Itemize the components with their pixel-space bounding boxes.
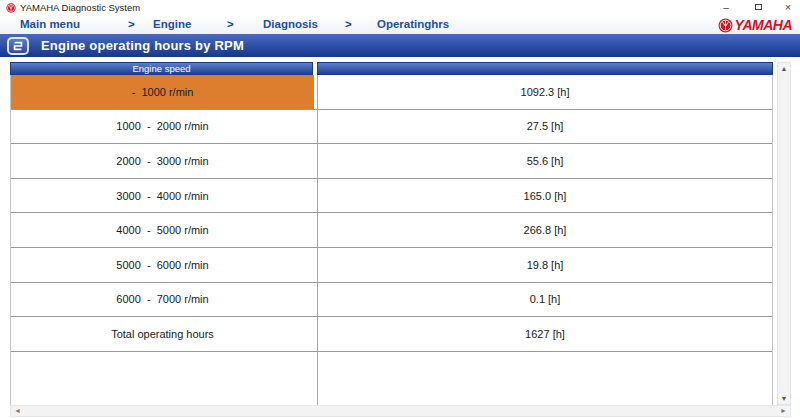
app-window: YAMAHA Diagnostic System – × Main menu >… bbox=[0, 0, 800, 418]
table-row-2000-3000[interactable]: 2000 - 3000 r/min 55.6 [h] bbox=[11, 144, 772, 179]
row-value: 1092.3 [h] bbox=[317, 75, 772, 109]
row-value: 1627 [h] bbox=[317, 317, 772, 351]
empty-value-cell bbox=[317, 352, 772, 405]
titlebar: YAMAHA Diagnostic System – × bbox=[0, 0, 800, 16]
engine-speed-header: Engine speed bbox=[10, 62, 313, 75]
row-label: 3000 - 4000 r/min bbox=[11, 179, 314, 213]
screen-glyph-icon bbox=[7, 37, 29, 55]
vertical-scrollbar[interactable]: ▲ ▼ bbox=[777, 62, 791, 405]
restore-icon bbox=[755, 4, 762, 10]
row-label: Total operating hours bbox=[11, 317, 314, 351]
app-logo-icon bbox=[6, 3, 16, 13]
brand-wordmark: YAMAHA bbox=[735, 17, 792, 33]
row-label: - 1000 r/min bbox=[11, 75, 314, 109]
horizontal-scrollbar[interactable]: ◄ ► bbox=[10, 405, 791, 417]
row-label: 6000 - 7000 r/min bbox=[11, 283, 314, 317]
row-label: 1000 - 2000 r/min bbox=[11, 110, 314, 144]
scroll-up-icon[interactable]: ▲ bbox=[778, 65, 790, 72]
table-row-5000-6000[interactable]: 5000 - 6000 r/min 19.8 [h] bbox=[11, 248, 772, 283]
page-header: Engine operating hours by RPM bbox=[0, 34, 800, 57]
breadcrumb-operatinghrs[interactable]: Operatinghrs bbox=[377, 18, 449, 30]
close-button[interactable]: × bbox=[776, 0, 800, 16]
yamaha-tuning-fork-icon bbox=[718, 18, 733, 33]
table-row-6000-7000[interactable]: 6000 - 7000 r/min 0.1 [h] bbox=[11, 283, 772, 318]
restore-button[interactable] bbox=[746, 0, 770, 16]
row-value: 27.5 [h] bbox=[317, 110, 772, 144]
table-row-0-1000[interactable]: - 1000 r/min 1092.3 [h] bbox=[11, 75, 772, 110]
value-column-header bbox=[317, 62, 773, 75]
scroll-down-icon[interactable]: ▼ bbox=[778, 395, 790, 402]
row-label: 4000 - 5000 r/min bbox=[11, 213, 314, 247]
breadcrumb-diagnosis[interactable]: Diagnosis bbox=[263, 18, 318, 30]
row-label: 2000 - 3000 r/min bbox=[11, 144, 314, 178]
table-row-3000-4000[interactable]: 3000 - 4000 r/min 165.0 [h] bbox=[11, 179, 772, 214]
empty-label-cell bbox=[11, 352, 314, 405]
page-title: Engine operating hours by RPM bbox=[41, 38, 244, 53]
scroll-left-icon[interactable]: ◄ bbox=[14, 407, 21, 414]
row-value: 19.8 [h] bbox=[317, 248, 772, 282]
breadcrumb-engine[interactable]: Engine bbox=[153, 18, 191, 30]
breadcrumb-separator: > bbox=[345, 18, 352, 30]
table-row-4000-5000[interactable]: 4000 - 5000 r/min 266.8 [h] bbox=[11, 213, 772, 248]
breadcrumb-separator: > bbox=[128, 18, 135, 30]
table-header-row: Engine speed bbox=[10, 62, 773, 75]
breadcrumb-main-menu[interactable]: Main menu bbox=[20, 18, 80, 30]
row-value: 0.1 [h] bbox=[317, 283, 772, 317]
row-value: 55.6 [h] bbox=[317, 144, 772, 178]
table-body: - 1000 r/min 1092.3 [h] 1000 - 2000 r/mi… bbox=[10, 75, 773, 405]
row-label: 5000 - 6000 r/min bbox=[11, 248, 314, 282]
window-title: YAMAHA Diagnostic System bbox=[20, 2, 140, 13]
minimize-button[interactable]: – bbox=[714, 0, 738, 16]
yamaha-brand: YAMAHA bbox=[718, 17, 792, 33]
table-row-total[interactable]: Total operating hours 1627 [h] bbox=[11, 317, 772, 352]
rpm-hours-table: Engine speed - 1000 r/min 1092.3 [h] 100… bbox=[10, 62, 773, 405]
breadcrumb: Main menu > Engine > Diagnosis > Operati… bbox=[0, 16, 800, 34]
breadcrumb-separator: > bbox=[227, 18, 234, 30]
table-empty-area bbox=[11, 352, 772, 405]
row-value: 165.0 [h] bbox=[317, 179, 772, 213]
table-row-1000-2000[interactable]: 1000 - 2000 r/min 27.5 [h] bbox=[11, 110, 772, 145]
row-value: 266.8 [h] bbox=[317, 213, 772, 247]
scroll-right-icon[interactable]: ► bbox=[780, 407, 787, 414]
